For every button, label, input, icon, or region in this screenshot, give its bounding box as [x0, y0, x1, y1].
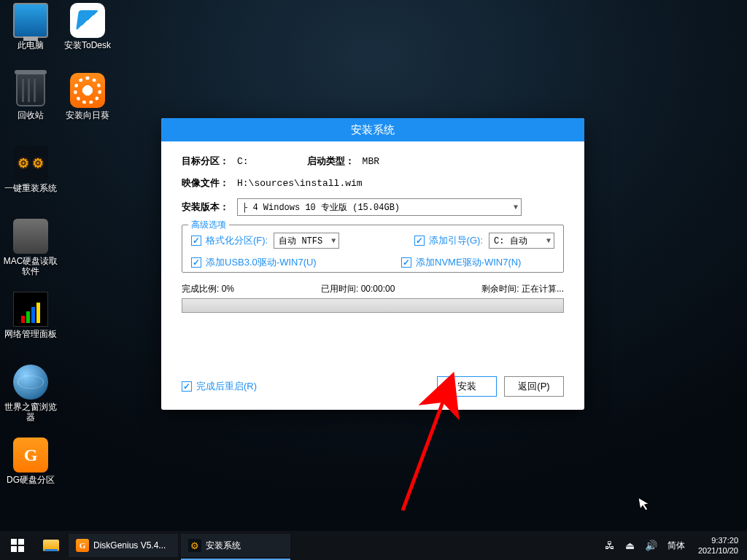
gears-icon [13, 146, 48, 181]
desktop-icon-theworld[interactable]: 世界之窗浏览器 [3, 365, 58, 422]
nvme-driver-checkbox[interactable]: 添加NVME驱动-WIN7(N) [401, 256, 554, 269]
advanced-options-group: 高级选项 格式化分区(F): 自动 NTFS 添加引导(G): C: 自动 [182, 225, 564, 273]
network-tray-icon[interactable]: 🖧 [605, 540, 615, 551]
globe-icon [13, 365, 48, 400]
icon-label: 回收站 [3, 110, 58, 120]
icon-label: 此电脑 [3, 40, 58, 50]
add-boot-select[interactable]: C: 自动 [489, 233, 554, 249]
format-fs-select[interactable]: 自动 NTFS [274, 233, 339, 249]
taskbar-btn-diskgenius[interactable]: G DiskGenius V5.4... [69, 534, 178, 557]
install-version-select[interactable]: ├ 4 Windows 10 专业版 (15.04GB) [237, 198, 522, 216]
usb3-driver-checkbox[interactable]: 添加USB3.0驱动-WIN7(U) [191, 256, 373, 269]
window-titlebar[interactable]: 安装系统 [161, 118, 584, 141]
progress-info: 完成比例: 0% 已用时间: 00:00:00 剩余时间: 正在计算... [182, 283, 564, 295]
windows-logo-icon [11, 539, 24, 552]
window-title: 安装系统 [351, 123, 395, 136]
progress-bar [182, 298, 564, 313]
image-file-label: 映像文件： [182, 176, 237, 190]
install-version-label: 安装版本： [182, 201, 237, 214]
checkbox-icon [182, 381, 192, 392]
target-partition-label: 目标分区： [182, 155, 237, 168]
checkbox-icon [191, 257, 201, 268]
icon-label: 世界之窗浏览器 [3, 402, 58, 422]
system-tray: 🖧 ⏏ 🔊 简体 9:37:20 2021/10/20 [605, 535, 747, 556]
boot-type-value: MBR [363, 156, 379, 167]
desktop-icon-this-pc[interactable]: 此电脑 [3, 3, 58, 50]
ime-indicator[interactable]: 简体 [667, 540, 685, 552]
icon-label: 网络管理面板 [3, 329, 58, 339]
network-panel-icon [13, 292, 48, 327]
add-boot-checkbox[interactable]: 添加引导(G): C: 自动 [414, 233, 554, 249]
desktop-icon-recycle-bin[interactable]: 回收站 [3, 73, 58, 120]
icon-label: DG硬盘分区 [3, 475, 58, 485]
usb-tray-icon[interactable]: ⏏ [625, 540, 635, 551]
volume-tray-icon[interactable]: 🔊 [645, 540, 657, 551]
todesk-icon [70, 3, 105, 38]
taskbar-file-explorer[interactable] [35, 531, 67, 560]
diskgenius-icon: G [13, 438, 48, 472]
target-partition-value: C: [237, 156, 249, 167]
icon-label: 安装向日葵 [60, 110, 115, 120]
desktop-icon-reinstall[interactable]: 一键重装系统 [3, 146, 58, 193]
icon-label: MAC硬盘读取软件 [3, 256, 58, 276]
desktop-icon-sunlogin[interactable]: 安装向日葵 [60, 73, 115, 120]
desktop-icon-netpanel[interactable]: 网络管理面板 [3, 292, 58, 339]
icon-label: 一键重装系统 [3, 183, 58, 193]
desktop-icon-diskgenius[interactable]: G DG硬盘分区 [3, 438, 58, 485]
taskbar-btn-install-system[interactable]: ⚙ 安装系统 [181, 534, 290, 557]
image-file-value: H:\sources\install.wim [237, 178, 363, 189]
gear-icon: ⚙ [188, 539, 201, 552]
desktop-icon-macreader[interactable]: MAC硬盘读取软件 [3, 219, 58, 276]
recycle-bin-icon [16, 73, 45, 106]
advanced-options-legend: 高级选项 [188, 219, 229, 231]
install-button[interactable]: 安装 [437, 376, 497, 397]
checkbox-icon [414, 236, 425, 246]
checkbox-icon [401, 257, 411, 268]
diskgenius-icon: G [76, 539, 89, 552]
checkbox-icon [191, 236, 201, 246]
back-button[interactable]: 返回(P) [504, 376, 564, 397]
boot-type-label: 启动类型： [307, 155, 363, 168]
computer-icon [13, 3, 48, 38]
file-explorer-icon [43, 540, 59, 551]
start-button[interactable] [0, 531, 35, 560]
install-system-window: 安装系统 目标分区： C: 启动类型： MBR 映像文件： H:\sources… [161, 118, 584, 410]
taskbar-clock[interactable]: 9:37:20 2021/10/20 [695, 535, 741, 556]
apple-disk-icon [13, 219, 48, 254]
desktop-icon-todesk[interactable]: 安装ToDesk [60, 3, 115, 50]
taskbar: G DiskGenius V5.4... ⚙ 安装系统 🖧 ⏏ 🔊 简体 9:3… [0, 531, 747, 560]
icon-label: 安装ToDesk [60, 40, 115, 50]
sunlogin-icon [70, 73, 105, 108]
format-partition-checkbox[interactable]: 格式化分区(F): 自动 NTFS [191, 233, 373, 249]
reboot-after-checkbox[interactable]: 完成后重启(R) [182, 380, 257, 393]
